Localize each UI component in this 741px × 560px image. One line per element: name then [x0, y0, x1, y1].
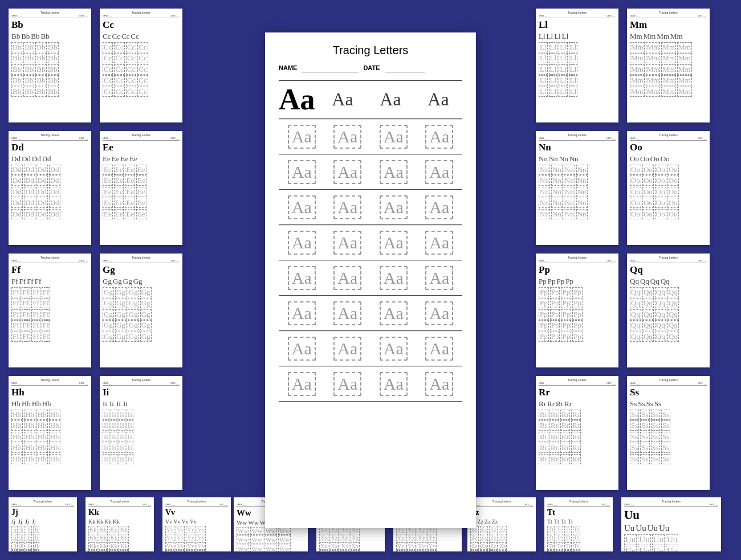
letter-cell: Jj [11, 518, 17, 525]
mini-card-row: NnNnNnNn [539, 187, 616, 197]
letter-cell: Mm [677, 42, 692, 52]
mini-card-row: QqQqQqQq [630, 332, 707, 342]
letter-cell: Pp [550, 320, 560, 330]
mini-card-row: SsSsSsSs [630, 410, 707, 420]
letter-cell: Pp [561, 309, 571, 320]
letter-cell: Pp [572, 287, 583, 297]
letter-cell: Ee [114, 198, 124, 208]
date-label: DATE [363, 64, 380, 71]
mini-card-row: HhHhHhHh [11, 432, 88, 442]
letter-cell: Ee [120, 154, 128, 163]
dashed-letter: Aa [333, 231, 361, 255]
letter-cell: Hh [36, 454, 48, 464]
letter-cell: Oo [642, 187, 654, 197]
mini-card-row: CcCcCcCc [103, 87, 180, 97]
letter-cell: Ss [630, 399, 637, 408]
letter-cell: Hh [24, 420, 35, 431]
letter-cell: Nn [569, 154, 579, 163]
letter-cell: Ii [103, 399, 108, 408]
mini-card-row: VvVvVvVv [165, 518, 228, 525]
mini-card-letter: Bb [11, 19, 88, 31]
letter-cell: Vv [181, 518, 188, 525]
mini-card-row: LlLlLlLl [539, 42, 616, 52]
letter-cell: Oo [630, 209, 641, 219]
letter-cell: Vv [186, 550, 195, 551]
letter-cell: Ff [35, 277, 42, 286]
letter-cell: Hh [11, 432, 23, 442]
letter-cell: Ff [42, 287, 51, 297]
letter-cell: Dd [36, 165, 48, 175]
mini-card-letter: Rr [539, 387, 616, 398]
letter-cell: Jj [11, 534, 18, 541]
mini-card-title: Tracing Letters [11, 256, 88, 259]
letter-cell: Bb [35, 53, 46, 63]
letter-cell: Pp [565, 277, 573, 286]
dashed-letter: Aa [288, 231, 316, 255]
letter-cell: Hh [36, 432, 48, 442]
mini-card-row: BbBbBbBb [11, 53, 88, 63]
letter-cell: Ss [630, 443, 639, 453]
letter-cell: Ff [22, 320, 31, 330]
letter-cell: Cc [103, 42, 113, 52]
mini-card-bb: Tracing Letters NAME ___DATE ___ Bb BbBb… [9, 9, 91, 122]
mini-card-nn: Tracing Letters NAME ___DATE ___ Nn NnNn… [536, 131, 618, 245]
letter-cell: Vv [176, 550, 185, 551]
mini-card-row: DdDdDdDd [11, 165, 88, 175]
letter-cell: Ll [562, 32, 569, 41]
letter-cell: Pp [561, 287, 571, 297]
letter-cell: Ee [103, 198, 113, 208]
mini-card-pp: Tracing Letters NAME ___DATE ___ Pp PpPp… [536, 254, 618, 367]
letter-cell: Tt [573, 534, 580, 541]
mini-card-letter: Nn [539, 142, 616, 153]
mini-card-letter: Dd [11, 142, 88, 153]
mini-card-mm: Tracing Letters NAME ___DATE ___ Mm MmMm… [627, 9, 710, 122]
mini-card-row: CcCcCcCc [103, 32, 180, 41]
letter-cell: Vv [197, 534, 206, 541]
mini-card-row: HhHhHhHh [11, 454, 88, 464]
letter-cell: Bb [35, 64, 46, 75]
letter-cell: Qq [661, 277, 670, 286]
mini-card-title: Tracing Letters [11, 500, 74, 503]
letter-cell: Ee [103, 209, 113, 219]
letter-cell: Uu [652, 546, 665, 551]
letter-cell: Ii [123, 399, 129, 408]
trace-row-8: Aa Aa Aa Aa [279, 366, 462, 402]
letter-cell: Qq [667, 287, 679, 297]
letter-cell: Kk [109, 526, 118, 533]
letter-cell: Bb [11, 64, 22, 75]
mini-card-row: RrRrRrRr [539, 443, 616, 453]
mini-card-row: IiIiIiIi [103, 399, 180, 408]
mini-card-row: FfFfFfFf [11, 332, 88, 342]
letter-cell: Qq [642, 298, 654, 308]
mini-card-fields: NAME ___DATE ___ [539, 15, 616, 18]
letter-cell: Zz [499, 534, 507, 541]
mini-card-letter: Gg [103, 264, 180, 276]
letter-cell: Qq [655, 298, 666, 308]
mini-card-title: Tracing Letters [539, 378, 616, 382]
letter-cell: Bb [23, 53, 34, 63]
letter-cell: Ii [119, 443, 125, 453]
mini-card-row: JjJjJjJj [11, 550, 74, 551]
mini-card-row: EeEeEeEe [103, 175, 180, 186]
letter-cell: Dd [32, 154, 41, 163]
letter-cell: Tt [556, 526, 563, 533]
letter-cell: Gg [103, 320, 114, 330]
letter-cell: Cc [137, 87, 148, 97]
name-label: NAME [279, 64, 297, 71]
letter-cell: Xx [340, 550, 349, 551]
letter-cell: Qq [642, 287, 654, 297]
letter-cell: Ss [651, 443, 660, 453]
letter-cell: Tt [547, 550, 555, 551]
letter-cell: Tt [573, 550, 580, 551]
letter-cell: Nn [551, 187, 563, 197]
mini-card-vv: Tracing Letters NAME ___DATE ___ Vv VvVv… [162, 497, 231, 551]
mini-card-row: YyYyYyYy [396, 542, 459, 550]
letter-cell: Kk [120, 534, 129, 541]
letter-cell: Pp [539, 287, 549, 297]
mini-card-dd: Tracing Letters NAME ___DATE ___ Dd DdDd… [9, 131, 91, 245]
letter-cell: Ee [114, 165, 124, 175]
mini-card-fields: NAME ___DATE ___ [539, 260, 616, 263]
mini-card-row: PpPpPpPp [539, 332, 616, 342]
letter-cell: Oo [642, 209, 654, 219]
letter-cell: Ii [119, 432, 125, 442]
